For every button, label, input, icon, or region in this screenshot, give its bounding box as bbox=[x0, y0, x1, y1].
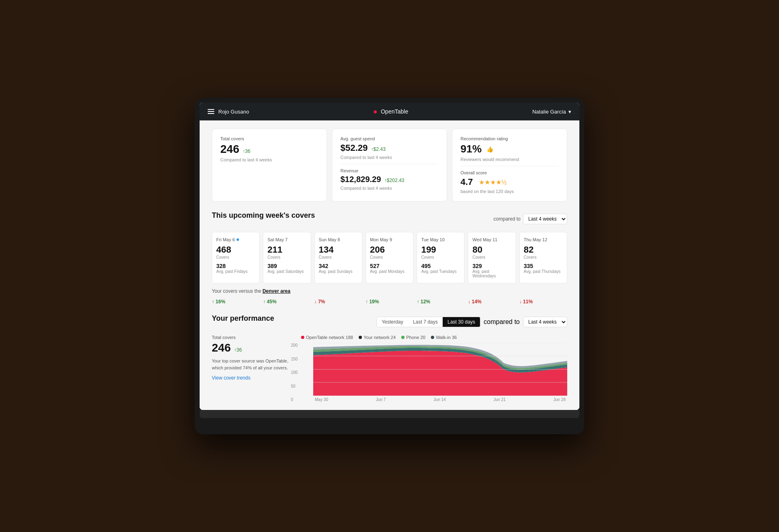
day-header: Wed May 11 bbox=[472, 237, 511, 242]
day-column: Sat May 7 211 Covers 389 Avg. past Satur… bbox=[263, 232, 311, 283]
day-date: Fri May 6 bbox=[216, 237, 235, 242]
chart-svg bbox=[313, 343, 567, 396]
day-covers-label: Covers bbox=[319, 255, 358, 260]
laptop-notch bbox=[377, 98, 402, 102]
pct-cell: ↓ 14% bbox=[468, 297, 516, 306]
day-avg-label: Avg. past Thursdays bbox=[524, 269, 563, 274]
revenue-compare: Compared to last 4 weeks bbox=[340, 186, 439, 191]
day-avg: 335 bbox=[524, 263, 563, 269]
pct-cell: ↑ 19% bbox=[366, 297, 413, 306]
legend-dot bbox=[359, 336, 362, 339]
view-trends-link[interactable]: View cover trends bbox=[212, 375, 250, 381]
laptop-base bbox=[200, 410, 579, 418]
day-avg-label: Avg. past Wednesdays bbox=[472, 269, 511, 278]
denver-label: Your covers versus the bbox=[212, 288, 263, 294]
day-avg: 329 bbox=[472, 263, 511, 269]
hamburger-icon[interactable] bbox=[208, 109, 214, 114]
legend-item: Walk-in 36 bbox=[431, 335, 457, 340]
day-header: Mon May 9 bbox=[370, 237, 409, 242]
legend-dot bbox=[401, 336, 405, 339]
yesterday-button[interactable]: Yesterday bbox=[377, 317, 408, 327]
denver-area-link[interactable]: Denver area bbox=[263, 288, 291, 294]
laptop-wrapper: Rojo Gusano ● OpenTable Natalie García ▾… bbox=[195, 98, 584, 434]
upcoming-header: This upcoming week's covers compared to … bbox=[212, 211, 567, 226]
legend-dot bbox=[431, 336, 434, 339]
day-column: Tue May 10 199 Covers 495 Avg. past Tues… bbox=[417, 232, 465, 283]
day-avg: 495 bbox=[421, 263, 460, 269]
revenue-value: $12,829.29 bbox=[340, 175, 381, 184]
overall-score-sub: based on the last 120 days bbox=[461, 189, 559, 194]
last7-button[interactable]: Last 7 days bbox=[408, 317, 443, 327]
opentable-dot: ● bbox=[373, 107, 378, 116]
today-dot bbox=[237, 238, 239, 241]
chart-container bbox=[313, 343, 567, 396]
perf-covers-value: 246 bbox=[212, 341, 231, 354]
perf-covers-label: Total covers bbox=[212, 335, 293, 340]
time-range-buttons: Yesterday Last 7 days Last 30 days bbox=[377, 317, 480, 327]
days-grid: Fri May 6 468 Covers 328 Avg. past Frida… bbox=[212, 232, 567, 283]
day-covers: 206 bbox=[370, 245, 409, 255]
day-avg: 328 bbox=[216, 263, 255, 269]
day-avg: 342 bbox=[319, 263, 358, 269]
stats-row: Total covers 246 ↑36 Compared to last 4 … bbox=[212, 129, 567, 202]
avg-guest-compare: Compared to last 4 weeks bbox=[340, 155, 439, 160]
day-avg-label: Avg. past Sundays bbox=[319, 269, 358, 274]
day-column: Mon May 9 206 Covers 527 Avg. past Monda… bbox=[366, 232, 413, 283]
stars-icon: ★★★★½ bbox=[479, 178, 507, 186]
day-avg-label: Avg. past Tuesdays bbox=[421, 269, 460, 274]
day-covers-label: Covers bbox=[421, 255, 460, 260]
day-date: Tue May 10 bbox=[421, 237, 445, 242]
day-date: Wed May 11 bbox=[472, 237, 497, 242]
user-name: Natalie García bbox=[532, 109, 566, 115]
day-avg-label: Avg. past Fridays bbox=[216, 269, 255, 274]
day-date: Sat May 7 bbox=[267, 237, 288, 242]
day-covers-label: Covers bbox=[472, 255, 511, 260]
day-covers: 199 bbox=[421, 245, 460, 255]
legend-dot bbox=[301, 336, 304, 339]
legend-label: Phone 20 bbox=[406, 335, 425, 340]
upcoming-compared-select[interactable]: Last 4 weeks Last 8 weeks bbox=[523, 214, 567, 224]
day-avg-label: Avg. past Mondays bbox=[370, 269, 409, 274]
legend-label: OpenTable network 188 bbox=[306, 335, 353, 340]
x-axis: May 30Jun 7Jun 14Jun 21Jun 28 bbox=[313, 397, 567, 402]
day-avg: 527 bbox=[370, 263, 409, 269]
avg-guest-change: ↑$2.43 bbox=[371, 146, 385, 152]
day-column: Thu May 12 82 Covers 335 Avg. past Thurs… bbox=[519, 232, 567, 283]
perf-compared-select[interactable]: Last 4 weeks Last 8 weeks bbox=[523, 317, 567, 327]
total-covers-value: 246 bbox=[220, 143, 239, 156]
legend-label: Walk-in 36 bbox=[436, 335, 457, 340]
pct-cell: ↓ 7% bbox=[314, 297, 362, 306]
legend-item: Phone 20 bbox=[401, 335, 425, 340]
day-header: Thu May 12 bbox=[524, 237, 563, 242]
legend-label: Your network 24 bbox=[364, 335, 396, 340]
day-date: Sun May 8 bbox=[319, 237, 340, 242]
total-covers-card: Total covers 246 ↑36 Compared to last 4 … bbox=[212, 129, 327, 202]
avg-guest-card: Avg. guest spend $52.29 ↑$2.43 Compared … bbox=[332, 129, 447, 202]
recommendation-value: 91% bbox=[461, 143, 482, 155]
pct-cell: ↑ 45% bbox=[263, 297, 311, 306]
user-menu[interactable]: Natalie García ▾ bbox=[532, 109, 571, 115]
y-axis: 200150100500 bbox=[291, 343, 298, 402]
upcoming-section: This upcoming week's covers compared to … bbox=[212, 211, 567, 306]
overall-score-label: Overall score bbox=[461, 170, 559, 175]
recommendation-card: Recommendation rating 91% 👍 Reviewers wo… bbox=[452, 129, 567, 202]
avg-guest-value: $52.29 bbox=[340, 143, 368, 153]
pct-cell: ↓ 11% bbox=[519, 297, 567, 306]
day-date: Mon May 9 bbox=[370, 237, 392, 242]
day-covers-label: Covers bbox=[370, 255, 409, 260]
performance-header: Your performance Yesterday Last 7 days L… bbox=[212, 314, 567, 329]
day-covers: 80 bbox=[472, 245, 511, 255]
pct-cell: ↑ 16% bbox=[212, 297, 260, 306]
day-covers: 468 bbox=[216, 245, 255, 255]
perf-body: Total covers 246 ↑36 Your top cover sour… bbox=[212, 335, 567, 402]
topbar: Rojo Gusano ● OpenTable Natalie García ▾ bbox=[200, 103, 579, 120]
perf-left: Total covers 246 ↑36 Your top cover sour… bbox=[212, 335, 293, 402]
topbar-center: ● OpenTable bbox=[373, 107, 409, 116]
pct-row: ↑ 16%↑ 45%↓ 7%↑ 19%↑ 12%↓ 14%↓ 11% bbox=[212, 297, 567, 306]
avg-guest-label: Avg. guest spend bbox=[340, 136, 439, 141]
brand-name: OpenTable bbox=[381, 108, 408, 115]
upcoming-title: This upcoming week's covers bbox=[212, 211, 315, 220]
last30-button[interactable]: Last 30 days bbox=[443, 317, 480, 327]
day-column: Wed May 11 80 Covers 329 Avg. past Wedne… bbox=[468, 232, 516, 283]
revenue-label: Revenue bbox=[340, 168, 439, 173]
